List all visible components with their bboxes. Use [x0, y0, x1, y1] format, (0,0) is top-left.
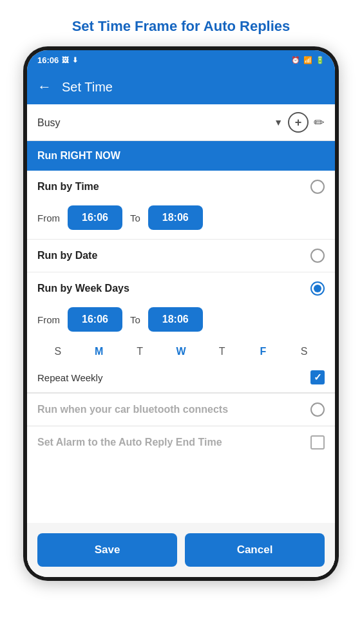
- status-bar: 16:06 🖼 ⬇ ⏰ 📶 🔋: [27, 50, 335, 70]
- edit-profile-button[interactable]: ✏: [314, 115, 325, 130]
- status-image-icon: 🖼: [62, 56, 69, 64]
- checkmark-icon: ✓: [314, 372, 322, 383]
- run-right-now-label: Run RIGHT NOW: [37, 150, 120, 161]
- status-alarm-icon: ⏰: [291, 56, 300, 64]
- day-tuesday[interactable]: T: [131, 346, 149, 357]
- run-by-time-to-button[interactable]: 18:06: [148, 205, 203, 230]
- run-by-date-section: Run by Date: [27, 240, 335, 272]
- run-by-week-days-to-button[interactable]: 18:06: [148, 307, 203, 332]
- run-by-date-radio[interactable]: [310, 249, 325, 263]
- run-by-time-label: Run by Time: [37, 181, 99, 193]
- repeat-weekly-row[interactable]: Repeat Weekly ✓: [27, 365, 335, 392]
- app-bar-title: Set Time: [62, 80, 113, 95]
- days-row: S M T W T F S: [27, 341, 335, 365]
- bottom-buttons: Save Cancel: [27, 523, 335, 577]
- phone-frame: 16:06 🖼 ⬇ ⏰ 📶 🔋 ← Set Time Busy ▼: [23, 46, 339, 581]
- day-wednesday[interactable]: W: [172, 346, 190, 357]
- run-by-week-days-radio[interactable]: [310, 281, 325, 296]
- day-saturday[interactable]: S: [295, 346, 313, 357]
- profile-select[interactable]: Busy: [37, 117, 269, 128]
- run-by-week-days-from-label: From: [37, 314, 60, 325]
- radio-inner-dot: [314, 285, 321, 292]
- day-friday[interactable]: F: [254, 346, 272, 357]
- add-icon: +: [295, 116, 302, 129]
- phone-screen: 16:06 🖼 ⬇ ⏰ 📶 🔋 ← Set Time Busy ▼: [27, 50, 335, 577]
- car-bluetooth-radio: [310, 402, 325, 417]
- status-bluetooth-icon: ⬇: [72, 56, 78, 64]
- status-right-icons: ⏰ 📶 🔋: [291, 56, 325, 64]
- run-right-now-option[interactable]: Run RIGHT NOW: [27, 141, 335, 171]
- run-by-time-from-label: From: [37, 213, 60, 223]
- dropdown-arrow-icon: ▼: [274, 117, 283, 128]
- day-monday[interactable]: M: [90, 346, 108, 357]
- status-time: 16:06 🖼 ⬇: [37, 55, 78, 65]
- run-by-week-days-section: Run by Week Days From 16:06 To 18:06 S M…: [27, 272, 335, 393]
- profile-dropdown-row[interactable]: Busy ▼ + ✏: [27, 104, 335, 141]
- run-by-time-section: Run by Time From 16:06 To 18:06: [27, 171, 335, 240]
- repeat-weekly-checkbox[interactable]: ✓: [310, 370, 325, 384]
- back-button[interactable]: ←: [37, 79, 52, 95]
- day-thursday[interactable]: T: [213, 346, 231, 357]
- run-by-week-days-time-row: From 16:06 To 18:06: [27, 305, 335, 341]
- run-by-week-days-to-label: To: [130, 314, 140, 325]
- run-by-date-row[interactable]: Run by Date: [27, 240, 335, 272]
- run-by-time-time-row: From 16:06 To 18:06: [27, 203, 335, 239]
- car-bluetooth-row: Run when your car bluetooth connects: [27, 393, 335, 426]
- page-title: Set Time Frame for Auto Replies: [59, 0, 303, 46]
- run-by-time-row[interactable]: Run by Time: [27, 171, 335, 203]
- cancel-button[interactable]: Cancel: [185, 533, 325, 567]
- save-button[interactable]: Save: [37, 533, 177, 567]
- run-by-date-label: Run by Date: [37, 250, 97, 261]
- set-alarm-row: Set Alarm to the Auto Reply End Time: [27, 426, 335, 459]
- day-sunday[interactable]: S: [49, 346, 67, 357]
- set-alarm-label: Set Alarm to the Auto Reply End Time: [37, 437, 222, 448]
- status-signal-icon: 📶: [303, 56, 312, 64]
- run-by-time-from-button[interactable]: 16:06: [68, 205, 122, 230]
- content-area: Busy ▼ + ✏ Run RIGHT NOW Run by Time: [27, 104, 335, 577]
- status-time-text: 16:06: [37, 55, 59, 65]
- add-profile-button[interactable]: +: [288, 112, 309, 133]
- run-by-week-days-from-button[interactable]: 16:06: [68, 307, 122, 332]
- set-alarm-checkbox: [310, 435, 325, 450]
- status-battery-icon: 🔋: [316, 56, 325, 64]
- run-by-time-radio[interactable]: [310, 180, 325, 194]
- run-by-time-to-label: To: [130, 213, 140, 223]
- car-bluetooth-label: Run when your car bluetooth connects: [37, 404, 228, 415]
- run-by-week-days-label: Run by Week Days: [37, 283, 129, 294]
- repeat-weekly-label: Repeat Weekly: [37, 372, 102, 383]
- app-bar: ← Set Time: [27, 70, 335, 104]
- run-by-week-days-row[interactable]: Run by Week Days: [27, 272, 335, 305]
